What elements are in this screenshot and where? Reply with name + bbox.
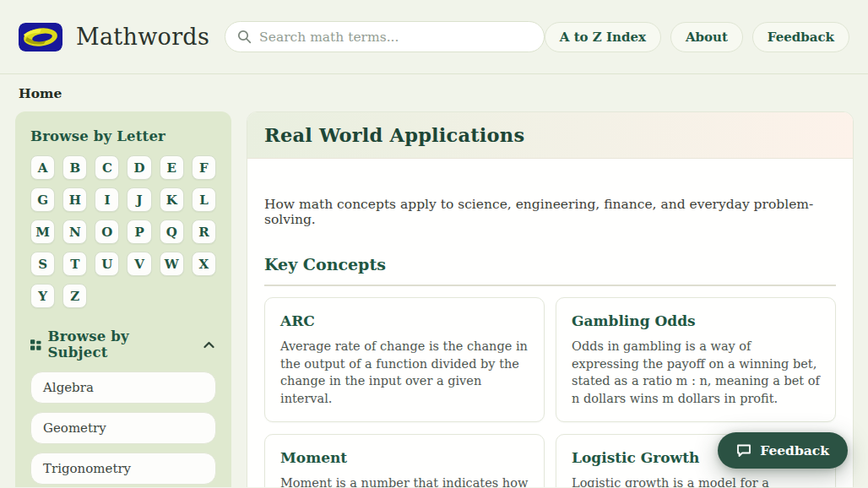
breadcrumb: Home: [0, 74, 868, 111]
section-divider: [264, 285, 836, 286]
letter-c[interactable]: C: [95, 155, 119, 180]
subject-item-geometry[interactable]: Geometry: [30, 412, 216, 444]
letter-l[interactable]: L: [192, 187, 216, 212]
letter-t[interactable]: T: [62, 252, 87, 276]
card-title: Moment: [280, 449, 529, 466]
letter-grid: A B C D E F G H I J K L M N O P Q R S T …: [30, 155, 216, 308]
letter-g[interactable]: G: [30, 187, 55, 212]
letter-n[interactable]: N: [62, 220, 87, 244]
letter-s[interactable]: S: [30, 252, 55, 276]
mobius-strip-logo-icon[interactable]: [19, 23, 62, 52]
letter-v[interactable]: V: [127, 252, 151, 276]
brand-title: Mathwords: [76, 24, 209, 50]
concept-card-arc[interactable]: ARC Average rate of change is the change…: [264, 297, 545, 422]
chevron-up-icon: [203, 341, 214, 349]
content-row: Browse by Letter A B C D E F G H I J K L…: [0, 111, 868, 487]
letter-b[interactable]: B: [62, 155, 87, 180]
main-panel: Real World Applications How math concept…: [247, 111, 854, 487]
panel-header: Real World Applications: [247, 112, 853, 159]
card-description: Moment is a number that indicates how mu…: [280, 474, 529, 487]
letter-x[interactable]: X: [192, 252, 216, 276]
browse-by-letter-title: Browse by Letter: [30, 128, 216, 144]
breadcrumb-home-link[interactable]: Home: [19, 85, 62, 101]
sidebar: Browse by Letter A B C D E F G H I J K L…: [15, 111, 231, 487]
page-title: Real World Applications: [264, 124, 524, 146]
feedback-floating-button[interactable]: Feedback: [718, 432, 848, 469]
subject-item-algebra[interactable]: Algebra: [30, 371, 216, 404]
letter-a[interactable]: A: [30, 155, 55, 180]
concept-card-moment[interactable]: Moment Moment is a number that indicates…: [264, 434, 545, 487]
letter-q[interactable]: Q: [160, 220, 184, 244]
card-description: Logistic growth is a model for a quantit…: [572, 474, 820, 487]
letter-r[interactable]: R: [192, 220, 216, 244]
browse-by-subject-header: Browse by Subject: [30, 328, 216, 361]
feedback-nav-button[interactable]: Feedback: [752, 22, 849, 52]
letter-f[interactable]: F: [192, 155, 216, 180]
search-box[interactable]: [225, 21, 545, 52]
letter-k[interactable]: K: [160, 187, 184, 212]
card-title: ARC: [280, 312, 529, 329]
search-icon: [237, 30, 252, 44]
letter-h[interactable]: H: [62, 187, 87, 212]
subject-item-trigonometry[interactable]: Trigonometry: [30, 453, 216, 485]
letter-i[interactable]: I: [95, 187, 119, 212]
letter-u[interactable]: U: [95, 252, 119, 276]
concept-card-gambling-odds[interactable]: Gambling Odds Odds in gambling is a way …: [556, 297, 836, 422]
letter-p[interactable]: P: [127, 220, 151, 244]
app-header: Mathwords A to Z Index About Feedback: [0, 0, 868, 74]
grid-icon: [30, 339, 41, 350]
header-nav: A to Z Index About Feedback: [545, 22, 849, 52]
letter-o[interactable]: O: [95, 220, 119, 244]
card-title: Gambling Odds: [572, 312, 820, 329]
page-description: How math concepts apply to science, engi…: [264, 197, 836, 227]
collapse-subjects-button[interactable]: [202, 339, 216, 350]
letter-y[interactable]: Y: [30, 284, 55, 308]
letter-m[interactable]: M: [30, 220, 55, 244]
a-to-z-index-button[interactable]: A to Z Index: [545, 22, 661, 52]
key-concepts-heading: Key Concepts: [264, 255, 836, 274]
browse-by-subject-title: Browse by Subject: [48, 328, 189, 361]
letter-w[interactable]: W: [160, 252, 184, 276]
letter-d[interactable]: D: [127, 155, 151, 180]
card-description: Odds in gambling is a way of expressing …: [572, 338, 820, 407]
search-input[interactable]: [259, 30, 532, 45]
about-button[interactable]: About: [670, 22, 743, 52]
subject-list: Algebra Geometry Trigonometry Pre-Calcul…: [30, 371, 216, 487]
speech-bubble-icon: [736, 443, 751, 458]
card-description: Average rate of change is the change in …: [280, 338, 529, 407]
letter-z[interactable]: Z: [62, 284, 87, 308]
feedback-floating-label: Feedback: [760, 442, 829, 458]
letter-e[interactable]: E: [160, 155, 184, 180]
letter-j[interactable]: J: [127, 187, 151, 212]
